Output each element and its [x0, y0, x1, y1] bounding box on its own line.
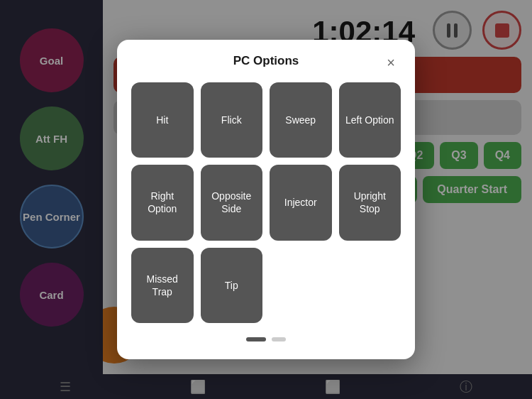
- pc-options-modal: PC Options × Hit Flick Sweep Left Option…: [117, 40, 415, 359]
- modal-header: PC Options ×: [131, 54, 401, 68]
- dot-1: [246, 337, 266, 341]
- tip-label: Tip: [225, 279, 238, 292]
- pagination-dots: [131, 337, 401, 345]
- missed-trap-label: Missed Trap: [137, 273, 188, 298]
- upright-stop-button[interactable]: Upright Stop: [339, 165, 401, 240]
- flick-label: Flick: [221, 114, 242, 126]
- upright-stop-label: Upright Stop: [345, 190, 396, 215]
- missed-trap-button[interactable]: Missed Trap: [131, 248, 194, 323]
- opposite-side-label: Opposite Side: [206, 190, 257, 215]
- modal-title: PC Options: [233, 54, 299, 68]
- flick-button[interactable]: Flick: [201, 82, 263, 158]
- left-option-label: Left Option: [345, 114, 394, 126]
- injector-label: Injector: [284, 196, 317, 209]
- injector-button[interactable]: Injector: [270, 165, 332, 240]
- sweep-button[interactable]: Sweep: [270, 82, 332, 158]
- options-grid: Hit Flick Sweep Left Option Right Option…: [131, 82, 401, 323]
- hit-label: Hit: [156, 114, 168, 126]
- left-option-button[interactable]: Left Option: [339, 82, 401, 158]
- dot-2: [272, 337, 286, 341]
- tip-button[interactable]: Tip: [201, 248, 263, 323]
- right-option-button[interactable]: Right Option: [131, 165, 194, 240]
- modal-close-button[interactable]: ×: [381, 53, 401, 72]
- modal-overlay: PC Options × Hit Flick Sweep Left Option…: [0, 0, 532, 399]
- hit-button[interactable]: Hit: [131, 82, 194, 158]
- sweep-label: Sweep: [285, 114, 316, 126]
- opposite-side-button[interactable]: Opposite Side: [201, 165, 263, 240]
- right-option-label: Right Option: [137, 190, 188, 215]
